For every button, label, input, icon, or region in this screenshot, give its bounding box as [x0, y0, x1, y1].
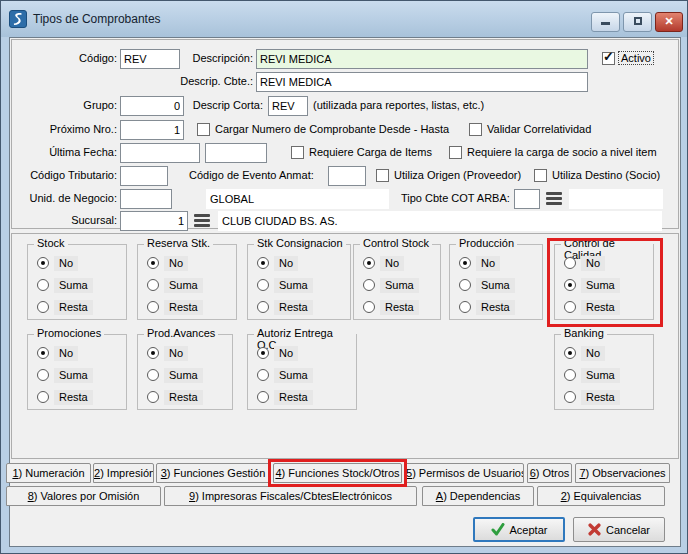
radio-icon[interactable]	[37, 391, 49, 403]
radio-icon[interactable]	[564, 257, 576, 269]
radio-option[interactable]: Suma	[37, 367, 93, 383]
radio-option[interactable]: Resta	[363, 299, 419, 315]
radio-icon[interactable]	[564, 369, 576, 381]
maximize-button[interactable]	[623, 12, 652, 32]
radio-icon[interactable]	[257, 391, 269, 403]
radio-icon[interactable]	[147, 369, 159, 381]
tab-permisos-de-usuarios[interactable]: 5) Permisos de Usuarios	[405, 463, 524, 483]
descrip-cbte-input[interactable]	[256, 72, 588, 92]
codigo-tributario-input[interactable]	[120, 166, 168, 186]
radio-option[interactable]: No	[459, 255, 500, 271]
utiliza-origen-label[interactable]: Utiliza Origen (Proveedor)	[394, 169, 521, 181]
activo-checkbox[interactable]: ✓	[602, 52, 615, 65]
radio-icon[interactable]	[459, 279, 471, 291]
tab-valores-por-omision[interactable]: 8) Valores por Omisión	[6, 486, 161, 506]
sucursal-input[interactable]	[120, 211, 188, 231]
radio-icon[interactable]	[257, 347, 269, 359]
tab-equivalencias[interactable]: 2) Equivalencias	[537, 486, 665, 506]
radio-option[interactable]: Suma	[459, 277, 515, 293]
radio-option[interactable]: Resta	[564, 389, 620, 405]
requiere-socio-checkbox[interactable]: ✓	[449, 146, 462, 159]
radio-option[interactable]: Resta	[147, 299, 203, 315]
radio-icon[interactable]	[147, 347, 159, 359]
utiliza-destino-checkbox[interactable]: ✓	[534, 169, 547, 182]
radio-option[interactable]: Resta	[257, 299, 313, 315]
radio-icon[interactable]	[37, 347, 49, 359]
requiere-socio-label[interactable]: Requiere la carga de socio a nivel item	[467, 146, 657, 158]
descripcion-input[interactable]	[256, 49, 588, 69]
ultima-fecha-input-2[interactable]	[205, 143, 267, 163]
radio-option[interactable]: Suma	[257, 367, 313, 383]
utiliza-destino-label[interactable]: Utiliza Destino (Socio)	[552, 169, 660, 181]
tab-impresion[interactable]: 2) Impresión	[93, 463, 154, 483]
radio-icon[interactable]	[147, 279, 159, 291]
radio-icon[interactable]	[459, 257, 471, 269]
radio-icon[interactable]	[257, 301, 269, 313]
radio-option[interactable]: Resta	[564, 299, 620, 315]
radio-option[interactable]: Suma	[37, 277, 93, 293]
radio-icon[interactable]	[564, 347, 576, 359]
radio-icon[interactable]	[564, 301, 576, 313]
radio-icon[interactable]	[257, 257, 269, 269]
validar-correlatividad-checkbox[interactable]: ✓	[469, 123, 482, 136]
radio-icon[interactable]	[363, 301, 375, 313]
tab-otros[interactable]: 6) Otros	[527, 463, 572, 483]
requiere-items-checkbox[interactable]: ✓	[291, 146, 304, 159]
radio-icon[interactable]	[37, 369, 49, 381]
radio-option[interactable]: No	[257, 345, 298, 361]
codigo-evento-input[interactable]	[328, 166, 366, 186]
radio-option[interactable]: Suma	[564, 277, 620, 293]
tab-impresoras-fiscales[interactable]: 9) Impresoras Fiscales/CbtesElectrónicos	[164, 486, 417, 506]
minimize-button[interactable]	[591, 12, 620, 32]
activo-label[interactable]: Activo	[619, 52, 653, 64]
cargar-numero-checkbox[interactable]: ✓	[197, 123, 210, 136]
radio-option[interactable]: Resta	[37, 389, 93, 405]
tab-observaciones[interactable]: 7) Observaciones	[575, 463, 670, 483]
tab-dependencias[interactable]: A) Dependencias	[422, 486, 534, 506]
tab-funciones-stock-otros[interactable]: 4) Funciones Stock/Otros	[273, 463, 402, 483]
radio-icon[interactable]	[363, 279, 375, 291]
cargar-numero-label[interactable]: Cargar Numero de Comprobante Desde - Has…	[215, 123, 449, 135]
radio-option[interactable]: Suma	[363, 277, 419, 293]
radio-option[interactable]: Suma	[147, 367, 203, 383]
radio-option[interactable]: Resta	[459, 299, 515, 315]
radio-icon[interactable]	[147, 301, 159, 313]
radio-icon[interactable]	[257, 279, 269, 291]
radio-icon[interactable]	[147, 391, 159, 403]
radio-option[interactable]: No	[257, 255, 298, 271]
radio-icon[interactable]	[363, 257, 375, 269]
radio-option[interactable]: No	[37, 255, 78, 271]
radio-icon[interactable]	[564, 391, 576, 403]
descrip-corta-input[interactable]	[268, 96, 308, 116]
tab-numeracion[interactable]: 1) Numeración	[6, 463, 91, 483]
utiliza-origen-checkbox[interactable]: ✓	[376, 169, 389, 182]
radio-icon[interactable]	[37, 257, 49, 269]
radio-option[interactable]: No	[363, 255, 404, 271]
radio-option[interactable]: Resta	[37, 299, 93, 315]
sucursal-list-icon[interactable]	[194, 214, 210, 227]
radio-option[interactable]: Suma	[257, 277, 313, 293]
radio-option[interactable]: No	[564, 345, 605, 361]
radio-icon[interactable]	[147, 257, 159, 269]
radio-option[interactable]: No	[564, 255, 605, 271]
tipo-cbte-cot-list-icon[interactable]	[546, 192, 562, 205]
radio-option[interactable]: Suma	[564, 367, 620, 383]
close-button[interactable]: ✕	[655, 12, 683, 32]
unid-negocio-input[interactable]	[120, 189, 172, 209]
validar-correlatividad-label[interactable]: Validar Correlatividad	[487, 123, 591, 135]
radio-option[interactable]: No	[37, 345, 78, 361]
tipo-cbte-cot-input[interactable]	[514, 189, 540, 209]
ultima-fecha-input-1[interactable]	[120, 143, 200, 163]
radio-icon[interactable]	[37, 279, 49, 291]
cancelar-button[interactable]: Cancelar	[573, 517, 665, 542]
requiere-items-label[interactable]: Requiere Carga de Items	[309, 146, 432, 158]
grupo-input[interactable]	[120, 96, 184, 116]
radio-option[interactable]: Resta	[257, 389, 313, 405]
radio-icon[interactable]	[564, 279, 576, 291]
radio-option[interactable]: Suma	[147, 277, 203, 293]
radio-icon[interactable]	[37, 301, 49, 313]
radio-option[interactable]: No	[147, 345, 188, 361]
aceptar-button[interactable]: Aceptar	[473, 517, 565, 542]
radio-option[interactable]: No	[147, 255, 188, 271]
proximo-nro-input[interactable]	[120, 120, 184, 140]
